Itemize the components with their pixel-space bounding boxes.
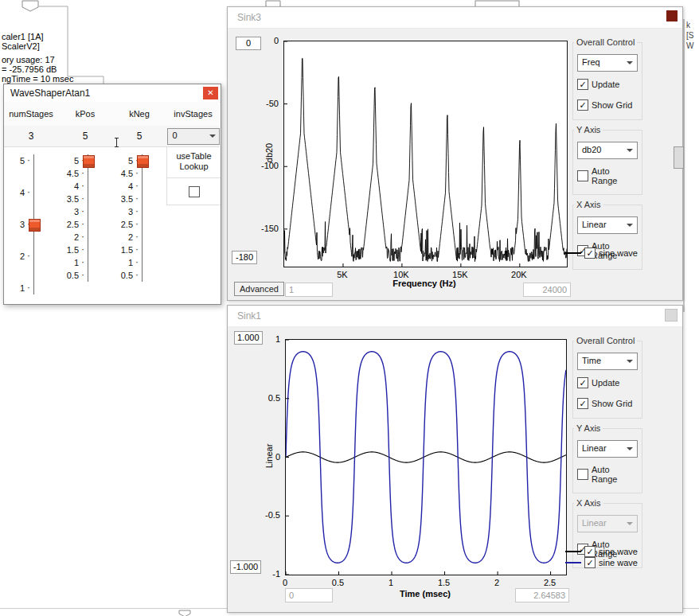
y-auto-range-row[interactable]: Auto Range xyxy=(577,166,638,185)
slider-tick-dot: · xyxy=(81,270,84,279)
y-scale-value: Linear xyxy=(582,443,607,453)
show-grid-checkbox[interactable]: ✓ xyxy=(577,398,588,409)
slider-thumb-numStages[interactable] xyxy=(29,219,41,232)
overall-control-label: Overall Control xyxy=(574,336,637,345)
slider-tick-label: 1 xyxy=(4,283,25,293)
use-table-lookup-label: useTable Lookup xyxy=(167,146,221,178)
y-scale-dropdown[interactable]: db20 xyxy=(577,142,638,159)
slider-tick-label: 5 xyxy=(58,156,79,166)
slider-tick-dot: · xyxy=(81,181,84,190)
x-tick-label: 0.5 xyxy=(324,578,353,587)
legend-checkbox[interactable]: ✓ xyxy=(584,546,596,557)
waveshaper-titlebar[interactable]: WaveShaperAtan1 ✕ xyxy=(4,84,221,103)
slider-tick-label: 3 xyxy=(112,207,133,216)
sink3-plot-area xyxy=(283,41,568,267)
kpos-value-field[interactable]: 5 xyxy=(58,126,113,147)
x-tick-label: 5K xyxy=(328,270,357,279)
clipped-text-fragment: W xyxy=(686,41,693,50)
slider-track[interactable] xyxy=(88,154,88,282)
x-axis-group-label: X Axis xyxy=(574,200,603,209)
domain-dropdown[interactable]: Freq xyxy=(577,54,638,72)
slider-tick-label: 3.5 xyxy=(112,194,133,204)
show-grid-checkbox[interactable]: ✓ xyxy=(577,99,588,111)
legend-checkbox[interactable]: ✓ xyxy=(584,557,596,568)
x-min-field[interactable]: 1 xyxy=(285,283,333,297)
slider-tick-dot: · xyxy=(135,244,139,254)
update-checkbox[interactable]: ✓ xyxy=(577,79,588,90)
y-axis-group-label: Y Axis xyxy=(574,423,603,433)
x-scale-dropdown[interactable]: Linear xyxy=(577,515,638,532)
annotation-line: ScalerV2] xyxy=(2,41,121,51)
slider-thumb-kNeg[interactable] xyxy=(137,155,149,168)
update-row[interactable]: ✓ Update xyxy=(577,79,638,90)
legend-label: sine wave xyxy=(599,248,638,258)
close-button[interactable]: ✕ xyxy=(203,87,218,99)
slider-tick-dot: · xyxy=(135,206,139,216)
legend-label: sine wave xyxy=(599,547,638,556)
waveshaper-dialog: WaveShaperAtan1 ✕ numStages kPos kNeg in… xyxy=(3,84,221,305)
show-grid-row[interactable]: ✓ Show Grid xyxy=(577,99,638,111)
chevron-down-icon xyxy=(627,224,633,227)
slider-tick-label: 3 xyxy=(4,220,25,229)
x-axis-group: X Axis Linear ✓ Auto Range xyxy=(572,205,642,270)
show-grid-label: Show Grid xyxy=(592,399,632,408)
x-min-field[interactable]: 0 xyxy=(285,588,333,602)
slider-tick-dot: · xyxy=(81,206,84,216)
legend-item: ✓ sine wave xyxy=(565,546,638,557)
slider-tick-label: 1 xyxy=(58,258,79,267)
kneg-value-field[interactable]: 5 xyxy=(112,126,167,147)
legend-checkbox[interactable]: ✓ xyxy=(584,248,596,259)
y-tick-label: 0.5 xyxy=(255,393,280,403)
slider-tick-dot: · xyxy=(27,155,30,165)
text-cursor xyxy=(116,138,117,147)
slider-tick-label: 2 xyxy=(4,251,25,261)
y-auto-range-row[interactable]: Auto Range xyxy=(577,465,638,484)
invstages-cell: 0 xyxy=(166,126,220,147)
y-min-field[interactable]: -180 xyxy=(232,251,257,264)
y-auto-range-checkbox[interactable] xyxy=(577,170,588,181)
chevron-down-icon xyxy=(627,522,633,525)
column-header-kneg: kNeg xyxy=(112,102,167,127)
slider-tick-dot: · xyxy=(27,283,30,292)
x-tick-label: 10K xyxy=(387,270,416,279)
close-button[interactable] xyxy=(666,10,678,21)
use-table-checkbox[interactable] xyxy=(189,186,200,197)
slider-tick-dot: · xyxy=(81,219,84,228)
slider-tick-label: 2 xyxy=(58,232,79,242)
close-button[interactable] xyxy=(665,309,678,322)
sink1-titlebar[interactable]: Sink1 xyxy=(228,306,682,327)
numstages-value-field[interactable]: 3 xyxy=(4,126,59,147)
slider-tick-dot: · xyxy=(135,257,139,267)
slider-tick-label: 1.5 xyxy=(58,245,79,255)
x-tick-label: 1.5 xyxy=(430,578,459,587)
slider-tick-dot: · xyxy=(135,193,139,203)
advanced-button[interactable]: Advanced xyxy=(234,282,284,296)
legend-line-sample xyxy=(565,252,581,254)
x-scale-dropdown[interactable]: Linear xyxy=(577,216,638,234)
slider-tick-dot: · xyxy=(81,193,84,203)
clipped-text-fragment: [S xyxy=(686,31,693,40)
slider-track[interactable] xyxy=(142,154,143,282)
clipped-text-fragment: k xyxy=(686,21,690,29)
slider-thumb-kPos[interactable] xyxy=(83,155,95,168)
invstages-dropdown[interactable]: 0 xyxy=(167,128,220,145)
y-tick-label: 0 xyxy=(253,36,279,45)
sink3-titlebar[interactable]: Sink3 xyxy=(228,7,682,29)
x-max-field[interactable]: 24000 xyxy=(523,283,571,297)
update-checkbox[interactable]: ✓ xyxy=(577,377,588,388)
column-header-kpos: kPos xyxy=(58,102,113,127)
update-row[interactable]: ✓ Update xyxy=(577,377,638,388)
domain-dropdown[interactable]: Time xyxy=(577,353,638,370)
x-max-field[interactable]: 2.64583 xyxy=(515,588,569,602)
legend-line-sample xyxy=(565,551,581,552)
update-label: Update xyxy=(592,80,619,89)
y-auto-range-label: Auto Range xyxy=(592,166,638,185)
x-tick-label: 2 xyxy=(482,578,511,587)
sink3-window-title: Sink3 xyxy=(237,12,261,23)
port-symbol-icon xyxy=(178,610,194,616)
y-auto-range-checkbox[interactable] xyxy=(577,469,588,480)
show-grid-row[interactable]: ✓ Show Grid xyxy=(577,398,638,409)
y-tick-label: -0.5 xyxy=(255,510,280,520)
y-scale-dropdown[interactable]: Linear xyxy=(577,440,638,458)
slider-tick-dot: · xyxy=(135,181,139,190)
